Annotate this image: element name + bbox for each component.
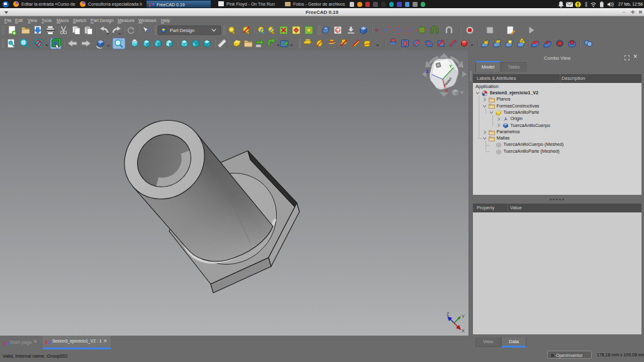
svg-text:?: ? bbox=[147, 28, 150, 34]
svg-text:Z: Z bbox=[426, 69, 429, 74]
svg-text:Part Design: Part Design bbox=[170, 28, 194, 33]
svg-text:X: X bbox=[462, 329, 465, 333]
svg-text:Y: Y bbox=[462, 314, 465, 319]
svg-text:Y: Y bbox=[449, 63, 452, 69]
svg-text:X: X bbox=[445, 88, 448, 94]
svg-text:Z: Z bbox=[447, 312, 450, 316]
